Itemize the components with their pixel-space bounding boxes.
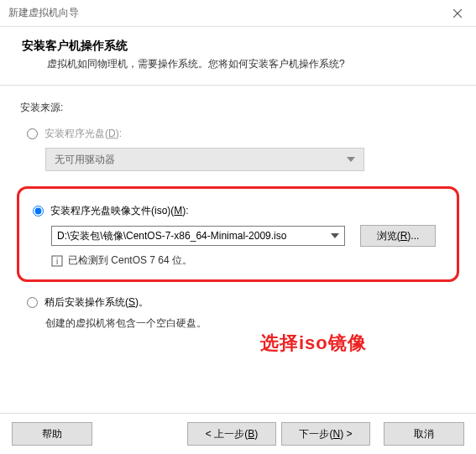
detection-text: 已检测到 CentOS 7 64 位。: [68, 253, 192, 268]
option-later[interactable]: 稍后安装操作系统(S)。: [27, 295, 456, 310]
install-source-label: 安装来源:: [20, 101, 456, 115]
radio-iso[interactable]: [33, 206, 44, 217]
info-icon: i: [51, 255, 63, 267]
browse-button[interactable]: 浏览(R)...: [360, 225, 436, 247]
drive-dropdown-text: 无可用驱动器: [55, 153, 115, 167]
svg-text:i: i: [56, 257, 58, 266]
help-button[interactable]: 帮助: [12, 422, 92, 446]
iso-path-dropdown[interactable]: D:\安装包\镜像\CentOS-7-x86_64-Minimal-2009.i…: [51, 226, 345, 246]
radio-iso-label: 安装程序光盘映像文件(iso)(M):: [50, 204, 189, 218]
cancel-button[interactable]: 取消: [384, 422, 464, 446]
radio-later-label: 稍后安装操作系统(S)。: [44, 295, 149, 310]
footer-spacer: [97, 422, 182, 446]
title-bar: 新建虚拟机向导: [0, 0, 476, 27]
iso-path-text: D:\安装包\镜像\CentOS-7-x86_64-Minimal-2009.i…: [57, 229, 286, 243]
next-button[interactable]: 下一步(N) >: [281, 422, 370, 446]
option-disc[interactable]: 安装程序光盘(D):: [27, 127, 456, 141]
close-button[interactable]: [438, 0, 476, 27]
later-description: 创建的虚拟机将包含一个空白硬盘。: [45, 316, 456, 331]
annotation-text: 选择iso镜像: [260, 331, 367, 356]
header-subtitle: 虚拟机如同物理机，需要操作系统。您将如何安装客户机操作系统?: [22, 57, 454, 71]
wizard-header: 安装客户机操作系统 虚拟机如同物理机，需要操作系统。您将如何安装客户机操作系统?: [0, 27, 476, 86]
close-icon: [453, 9, 462, 18]
radio-disc[interactable]: [27, 128, 38, 139]
highlight-box: 安装程序光盘映像文件(iso)(M): D:\安装包\镜像\CentOS-7-x…: [17, 186, 459, 282]
back-button[interactable]: < 上一步(B): [187, 422, 276, 446]
iso-path-row: D:\安装包\镜像\CentOS-7-x86_64-Minimal-2009.i…: [51, 225, 445, 247]
radio-later[interactable]: [27, 297, 38, 308]
radio-disc-label: 安装程序光盘(D):: [44, 127, 122, 141]
option-iso[interactable]: 安装程序光盘映像文件(iso)(M):: [33, 204, 445, 218]
header-title: 安装客户机操作系统: [22, 39, 454, 54]
drive-dropdown: 无可用驱动器: [45, 148, 364, 171]
window-title: 新建虚拟机向导: [8, 6, 79, 20]
footer-bar: 帮助 < 上一步(B) 下一步(N) > 取消: [0, 413, 476, 454]
chevron-down-icon: [331, 232, 339, 240]
detection-info: i 已检测到 CentOS 7 64 位。: [51, 253, 445, 268]
content-area: 安装来源: 安装程序光盘(D): 无可用驱动器 安装程序光盘映像文件(iso)(…: [0, 86, 476, 339]
chevron-down-icon: [347, 155, 355, 164]
